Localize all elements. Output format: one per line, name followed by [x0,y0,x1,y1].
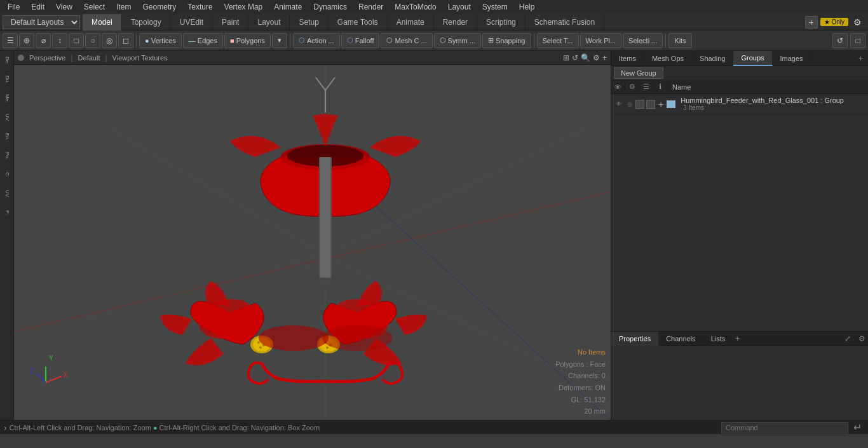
mesh-button[interactable]: ⬡ Mesh C ... [381,33,432,48]
menu-system[interactable]: System [477,1,513,13]
viewport-settings-icon[interactable]: ⚙ [593,53,600,62]
new-group-button[interactable]: New Group [614,67,663,79]
tab-images[interactable]: Images [773,51,811,66]
group-checkbox[interactable] [635,100,644,109]
toolbar-sel-icon[interactable]: ⌀ [36,33,51,48]
tab-groups[interactable]: Groups [733,51,772,66]
groups-info-icon[interactable]: ℹ [653,80,667,94]
toolbar-add-icon[interactable]: ⊕ [19,33,34,48]
bottom-panel-settings-icon[interactable]: ⚙ [856,334,868,343]
viewport-zoom-icon[interactable]: 🔍 [581,53,590,62]
sidebar-item-en[interactable]: En. [0,127,14,146]
edges-button[interactable]: — Edges [183,33,223,48]
groups-eye-icon[interactable]: 👁 [611,80,625,94]
kits-button[interactable]: Kits [668,33,691,48]
groups-menu-icon[interactable]: ☰ [639,80,653,94]
tab-animate[interactable]: Animate [388,14,434,31]
viewport-grid-icon[interactable]: ⊞ [563,53,569,62]
vertices-button[interactable]: ● Vertices [139,33,182,48]
menu-vertex-map[interactable]: Vertex Map [219,1,268,13]
layout-dropdown[interactable]: Default Layouts [3,15,80,29]
command-input[interactable] [721,422,848,433]
canvas-area[interactable]: Y X Z No Items Polygons : Face Channels:… [14,65,611,420]
viewport[interactable]: Perspective | Default | Viewport Texture… [14,51,611,420]
work-pl-button[interactable]: Work Pl... [580,33,621,48]
sidebar-item-c[interactable]: C: [0,165,14,184]
tab-layout[interactable]: Layout [248,14,290,31]
viewport-textures-label[interactable]: Viewport Textures [112,54,168,62]
tab-shading[interactable]: Shading [692,51,733,66]
sidebar-item-du[interactable]: Du. [0,70,14,89]
menu-maxtomodo[interactable]: MaxToModo [390,1,441,13]
toolbar-menu-icon[interactable]: ☰ [3,33,18,48]
sidebar-item-de[interactable]: De: [0,51,14,70]
nav-dot: ● [153,424,158,431]
group-expand-icon[interactable]: + [656,99,666,109]
viewport-rotate-icon[interactable]: ↺ [572,53,578,62]
svg-point-26 [259,346,262,349]
group-checkbox2[interactable] [646,100,655,109]
toolbar-circle-icon[interactable]: ○ [85,33,100,48]
bottom-panel: Properties Channels Lists + ⤢ ⚙ [611,331,868,420]
tab-paint[interactable]: Paint [213,14,248,31]
selecti-button[interactable]: Selecti ... [623,33,663,48]
tab-channels[interactable]: Channels [658,332,703,346]
menu-render[interactable]: Render [353,1,388,13]
toolbar-rect-icon[interactable]: □ [69,33,84,48]
maximize-icon[interactable]: □ [850,33,865,48]
tab-lists[interactable]: Lists [703,332,733,346]
tab-mesh-ops[interactable]: Mesh Ops [644,51,692,66]
viewport-mode-label[interactable]: Perspective [29,54,65,62]
command-go-button[interactable]: ↵ [851,421,864,433]
polygons-button[interactable]: ■ Polygons [224,33,271,48]
add-layout-button[interactable]: + [805,16,818,29]
sidebar-item-me[interactable]: Me: [0,89,14,108]
viewport-add-icon[interactable]: + [602,53,607,62]
menu-view[interactable]: View [51,1,78,13]
group-row[interactable]: 👁 ◎ + Hummingbird_Feeder_with_Red_Glass_… [611,94,868,114]
viewport-shading-label[interactable]: Default [78,54,100,62]
groups-settings-icon[interactable]: ⚙ [625,80,639,94]
tab-scripting[interactable]: Scripting [477,14,526,31]
sidebar-item-po[interactable]: Po. [0,146,14,165]
menu-item[interactable]: Item [111,1,136,13]
toolbar-target-icon[interactable]: ◎ [102,33,117,48]
expand-bottom-panel-icon[interactable]: ⤢ [842,334,853,343]
tab-game-tools[interactable]: Game Tools [329,14,388,31]
group-eye-icon[interactable]: 👁 [614,99,624,109]
select-t-button[interactable]: Select T... [537,33,579,48]
menu-texture[interactable]: Texture [182,1,217,13]
reset-view-icon[interactable]: ↺ [832,33,848,48]
tab-schematic-fusion[interactable]: Schematic Fusion [526,14,604,31]
more-button[interactable]: ▾ [272,33,287,48]
group-render-icon[interactable]: ◎ [625,99,635,109]
toolbar-box-icon[interactable]: ◻ [118,33,133,48]
menu-geometry[interactable]: Geometry [138,1,182,13]
tab-uvedit[interactable]: UVEdit [171,14,213,31]
snapping-button[interactable]: ⊞ Snapping [482,33,531,48]
menu-layout[interactable]: Layout [443,1,476,13]
layout-gear-icon[interactable]: ⚙ [851,17,864,27]
tab-properties[interactable]: Properties [611,332,658,346]
sidebar-item-uv[interactable]: UV. [0,108,14,127]
symm-button[interactable]: ⬡ Symm ... [434,33,481,48]
action-button[interactable]: ⬡ Action ... [293,33,340,48]
tab-render[interactable]: Render [434,14,477,31]
sidebar-item-uv2[interactable]: UV. [0,184,14,203]
add-bottom-tab-button[interactable]: + [735,334,740,343]
menu-dynamics[interactable]: Dynamics [308,1,352,13]
toolbar-move-icon[interactable]: ↕ [52,33,67,48]
toolbar-sep-1 [136,34,137,48]
falloff-button[interactable]: ⬡ Falloff [341,33,380,48]
tab-model[interactable]: Model [83,14,122,31]
menu-edit[interactable]: Edit [26,1,50,13]
tab-items[interactable]: Items [611,51,644,66]
menu-animate[interactable]: Animate [269,1,307,13]
add-panel-tab-button[interactable]: + [853,54,868,63]
tab-setup[interactable]: Setup [290,14,328,31]
menu-select[interactable]: Select [79,1,110,13]
menu-file[interactable]: File [3,1,25,13]
menu-help[interactable]: Help [514,1,540,13]
tab-topology[interactable]: Topology [122,14,171,31]
sidebar-item-f[interactable]: F: [0,203,14,222]
